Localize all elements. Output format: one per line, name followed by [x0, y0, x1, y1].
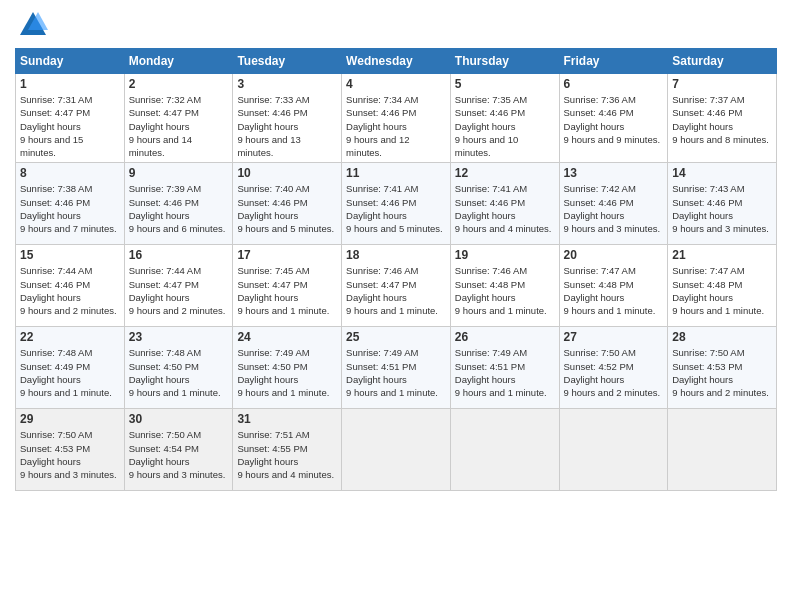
- daylight-value: 9 hours and 1 minute.: [455, 305, 547, 316]
- sunset-label: Sunset:: [20, 361, 55, 372]
- sunset-value: 4:47 PM: [164, 107, 199, 118]
- sunset-value: 4:46 PM: [707, 107, 742, 118]
- calendar-cell: 30 Sunrise: 7:50 AM Sunset: 4:54 PM Dayl…: [124, 409, 233, 491]
- sunset-label: Sunset:: [237, 107, 272, 118]
- sunset-value: 4:47 PM: [381, 279, 416, 290]
- sunrise-label: Sunrise:: [672, 347, 710, 358]
- sunrise-label: Sunrise:: [346, 347, 384, 358]
- calendar-cell: 15 Sunrise: 7:44 AM Sunset: 4:46 PM Dayl…: [16, 245, 125, 327]
- sunset-value: 4:46 PM: [598, 107, 633, 118]
- sunset-value: 4:53 PM: [55, 443, 90, 454]
- sunrise-value: 7:48 AM: [166, 347, 201, 358]
- sunset-value: 4:46 PM: [272, 197, 307, 208]
- sunset-label: Sunset:: [237, 443, 272, 454]
- calendar-cell: 14 Sunrise: 7:43 AM Sunset: 4:46 PM Dayl…: [668, 163, 777, 245]
- sunrise-label: Sunrise:: [129, 183, 167, 194]
- day-info: Sunrise: 7:44 AM Sunset: 4:46 PM Dayligh…: [20, 264, 120, 317]
- day-info: Sunrise: 7:39 AM Sunset: 4:46 PM Dayligh…: [129, 182, 229, 235]
- daylight-label: Daylight hours: [564, 292, 625, 303]
- sunset-value: 4:46 PM: [598, 197, 633, 208]
- sunrise-label: Sunrise:: [129, 347, 167, 358]
- daylight-label: Daylight hours: [129, 456, 190, 467]
- daylight-label: Daylight hours: [672, 210, 733, 221]
- sunrise-value: 7:49 AM: [492, 347, 527, 358]
- day-info: Sunrise: 7:48 AM Sunset: 4:50 PM Dayligh…: [129, 346, 229, 399]
- day-info: Sunrise: 7:48 AM Sunset: 4:49 PM Dayligh…: [20, 346, 120, 399]
- day-number: 24: [237, 330, 337, 344]
- sunset-value: 4:51 PM: [381, 361, 416, 372]
- day-number: 30: [129, 412, 229, 426]
- daylight-value: 9 hours and 15 minutes.: [20, 134, 83, 158]
- daylight-label: Daylight hours: [455, 292, 516, 303]
- daylight-label: Daylight hours: [346, 121, 407, 132]
- day-number: 21: [672, 248, 772, 262]
- sunrise-label: Sunrise:: [20, 347, 58, 358]
- calendar-cell: [342, 409, 451, 491]
- sunrise-label: Sunrise:: [455, 347, 493, 358]
- logo-icon: [18, 10, 48, 40]
- sunset-value: 4:46 PM: [707, 197, 742, 208]
- day-number: 14: [672, 166, 772, 180]
- sunset-value: 4:46 PM: [164, 197, 199, 208]
- day-info: Sunrise: 7:47 AM Sunset: 4:48 PM Dayligh…: [564, 264, 664, 317]
- col-header-saturday: Saturday: [668, 49, 777, 74]
- calendar-cell: 27 Sunrise: 7:50 AM Sunset: 4:52 PM Dayl…: [559, 327, 668, 409]
- daylight-label: Daylight hours: [237, 374, 298, 385]
- daylight-label: Daylight hours: [129, 121, 190, 132]
- sunrise-value: 7:50 AM: [166, 429, 201, 440]
- day-info: Sunrise: 7:50 AM Sunset: 4:53 PM Dayligh…: [20, 428, 120, 481]
- sunset-value: 4:50 PM: [164, 361, 199, 372]
- day-number: 2: [129, 77, 229, 91]
- daylight-value: 9 hours and 2 minutes.: [672, 387, 769, 398]
- sunrise-value: 7:44 AM: [166, 265, 201, 276]
- day-number: 9: [129, 166, 229, 180]
- daylight-value: 9 hours and 7 minutes.: [20, 223, 117, 234]
- daylight-value: 9 hours and 3 minutes.: [20, 469, 117, 480]
- day-info: Sunrise: 7:40 AM Sunset: 4:46 PM Dayligh…: [237, 182, 337, 235]
- sunset-value: 4:47 PM: [55, 107, 90, 118]
- calendar-cell: [668, 409, 777, 491]
- day-info: Sunrise: 7:32 AM Sunset: 4:47 PM Dayligh…: [129, 93, 229, 159]
- calendar-cell: 29 Sunrise: 7:50 AM Sunset: 4:53 PM Dayl…: [16, 409, 125, 491]
- daylight-value: 9 hours and 5 minutes.: [237, 223, 334, 234]
- day-number: 1: [20, 77, 120, 91]
- calendar-row-2: 8 Sunrise: 7:38 AM Sunset: 4:46 PM Dayli…: [16, 163, 777, 245]
- sunrise-label: Sunrise:: [672, 265, 710, 276]
- calendar-cell: 13 Sunrise: 7:42 AM Sunset: 4:46 PM Dayl…: [559, 163, 668, 245]
- daylight-label: Daylight hours: [129, 292, 190, 303]
- daylight-value: 9 hours and 2 minutes.: [129, 305, 226, 316]
- calendar-cell: 28 Sunrise: 7:50 AM Sunset: 4:53 PM Dayl…: [668, 327, 777, 409]
- calendar-cell: 4 Sunrise: 7:34 AM Sunset: 4:46 PM Dayli…: [342, 74, 451, 163]
- sunset-label: Sunset:: [20, 443, 55, 454]
- calendar-table: SundayMondayTuesdayWednesdayThursdayFrid…: [15, 48, 777, 491]
- calendar-cell: 31 Sunrise: 7:51 AM Sunset: 4:55 PM Dayl…: [233, 409, 342, 491]
- daylight-value: 9 hours and 3 minutes.: [129, 469, 226, 480]
- sunset-label: Sunset:: [672, 197, 707, 208]
- sunset-label: Sunset:: [129, 361, 164, 372]
- sunrise-value: 7:39 AM: [166, 183, 201, 194]
- sunrise-value: 7:36 AM: [601, 94, 636, 105]
- sunrise-label: Sunrise:: [346, 183, 384, 194]
- sunrise-label: Sunrise:: [564, 183, 602, 194]
- sunset-label: Sunset:: [672, 361, 707, 372]
- daylight-label: Daylight hours: [346, 374, 407, 385]
- logo: [15, 10, 48, 40]
- sunrise-label: Sunrise:: [346, 94, 384, 105]
- day-number: 17: [237, 248, 337, 262]
- daylight-value: 9 hours and 4 minutes.: [237, 469, 334, 480]
- calendar-cell: 10 Sunrise: 7:40 AM Sunset: 4:46 PM Dayl…: [233, 163, 342, 245]
- sunrise-value: 7:47 AM: [601, 265, 636, 276]
- sunrise-label: Sunrise:: [672, 183, 710, 194]
- calendar-cell: 26 Sunrise: 7:49 AM Sunset: 4:51 PM Dayl…: [450, 327, 559, 409]
- sunset-label: Sunset:: [129, 197, 164, 208]
- calendar-cell: 20 Sunrise: 7:47 AM Sunset: 4:48 PM Dayl…: [559, 245, 668, 327]
- daylight-value: 9 hours and 12 minutes.: [346, 134, 409, 158]
- sunrise-value: 7:50 AM: [58, 429, 93, 440]
- calendar-cell: 8 Sunrise: 7:38 AM Sunset: 4:46 PM Dayli…: [16, 163, 125, 245]
- sunrise-value: 7:41 AM: [384, 183, 419, 194]
- daylight-value: 9 hours and 10 minutes.: [455, 134, 518, 158]
- sunrise-label: Sunrise:: [20, 94, 58, 105]
- sunrise-value: 7:46 AM: [384, 265, 419, 276]
- page: SundayMondayTuesdayWednesdayThursdayFrid…: [0, 0, 792, 612]
- calendar-row-5: 29 Sunrise: 7:50 AM Sunset: 4:53 PM Dayl…: [16, 409, 777, 491]
